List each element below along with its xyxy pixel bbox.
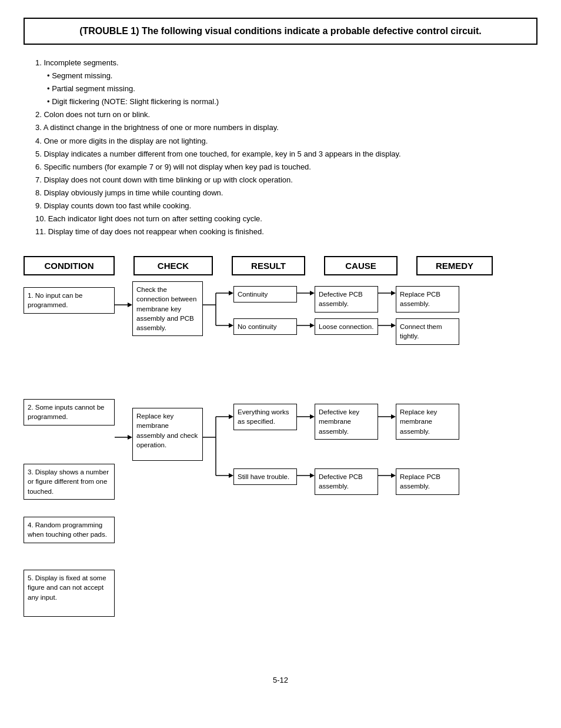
remedy-2-box: Connect them tightly. [396, 318, 459, 344]
condition-4-box: 4. Random programming when touching othe… [24, 517, 115, 543]
intro-item-12: 10. Each indicator light does not turn o… [35, 212, 537, 225]
result-no-continuity-box: No continuity [233, 318, 297, 335]
intro-section: 1. Incomplete segments.• Segment missing… [24, 56, 537, 238]
svg-marker-7 [229, 323, 233, 328]
remedy-1-box: Replace PCB assembly. [396, 286, 459, 312]
intro-item-10: 8. Display obviously jumps in time while… [35, 187, 537, 200]
svg-marker-27 [310, 473, 315, 478]
svg-marker-9 [310, 291, 315, 295]
svg-marker-31 [391, 473, 396, 478]
cause-4-box: Defective PCB assembly. [315, 468, 378, 494]
svg-marker-23 [229, 473, 233, 478]
intro-item-1: • Segment missing. [47, 69, 537, 82]
svg-marker-11 [310, 323, 315, 328]
condition-3-text: 3. Display shows a number or figure diff… [28, 468, 109, 494]
svg-marker-1 [128, 302, 132, 307]
intro-item-11: 9. Display counts down too fast while co… [35, 200, 537, 212]
cause-2-text: Loose connection. [319, 323, 373, 330]
remedy-4-text: Replace PCB assembly. [400, 473, 440, 490]
check-2-text: Replace key membrane assembly and check … [136, 413, 198, 448]
title-box: (TROUBLE 1) The following visual conditi… [24, 18, 537, 45]
condition-2-box: 2. Some inputs cannot be programmed. [24, 399, 115, 425]
intro-item-8: 6. Specific numbers (for example 7 or 9)… [35, 161, 537, 174]
intro-item-2: • Partial segment missing. [47, 82, 537, 95]
condition-4-text: 4. Random programming when touching othe… [28, 521, 107, 538]
condition-5-box: 5. Display is fixed at some figure and c… [24, 570, 115, 617]
remedy-3-box: Replace key membrane assembly. [396, 404, 459, 439]
cause-1-text: Defective PCB assembly. [319, 291, 363, 307]
check-1-text: Check the connection between membrane ke… [136, 286, 196, 331]
result-continuity-text: Continuity [238, 291, 268, 298]
intro-item-9: 7. Display does not count down with time… [35, 174, 537, 187]
svg-marker-15 [391, 323, 396, 328]
svg-marker-29 [391, 414, 396, 419]
svg-marker-17 [128, 435, 132, 440]
header-result: RESULT [232, 256, 305, 275]
intro-item-4: 2. Colon does not turn on or blink. [35, 108, 537, 121]
check-1-box: Check the connection between membrane ke… [132, 281, 203, 335]
intro-item-3: • Digit flickering (NOTE: Slight flicker… [47, 95, 537, 108]
flowchart-section: CONDITION CHECK RESULT CAUSE REMEDY [24, 256, 537, 658]
condition-5-text: 5. Display is fixed at some figure and c… [28, 574, 106, 600]
condition-2-text: 2. Some inputs cannot be programmed. [28, 404, 104, 420]
cause-3-box: Defective key membrane assembly. [315, 404, 378, 439]
header-cause: CAUSE [324, 256, 398, 275]
remedy-2-text: Connect them tightly. [400, 323, 442, 340]
intro-item-0: 1. Incomplete segments. [35, 56, 537, 69]
svg-marker-21 [229, 414, 233, 419]
result-trouble-box: Still have trouble. [233, 468, 297, 485]
intro-item-6: 4. One or more digits in the display are… [35, 135, 537, 148]
result-works-text: Everything works as specified. [238, 408, 289, 425]
intro-list: 1. Incomplete segments.• Segment missing… [35, 56, 537, 238]
svg-marker-5 [229, 291, 233, 295]
condition-1-text: 1. No input can be programmed. [28, 292, 82, 308]
intro-item-13: 11. Display time of day does not reappea… [35, 225, 537, 238]
cause-3-text: Defective key membrane assembly. [319, 408, 359, 434]
header-check: CHECK [133, 256, 213, 275]
result-continuity-box: Continuity [233, 286, 297, 302]
intro-item-5: 3. A distinct change in the brightness o… [35, 121, 537, 134]
result-no-continuity-text: No continuity [238, 323, 276, 330]
result-trouble-text: Still have trouble. [238, 473, 289, 480]
cause-4-text: Defective PCB assembly. [319, 473, 363, 490]
page-title: (TROUBLE 1) The following visual conditi… [79, 26, 482, 36]
header-condition: CONDITION [24, 256, 115, 275]
remedy-1-text: Replace PCB assembly. [400, 291, 440, 307]
remedy-4-box: Replace PCB assembly. [396, 468, 459, 494]
check-2-box: Replace key membrane assembly and check … [132, 408, 203, 461]
header-remedy: REMEDY [416, 256, 493, 275]
page-number: 5-12 [24, 676, 537, 684]
svg-marker-25 [310, 414, 315, 419]
intro-item-7: 5. Display indicates a number different … [35, 148, 537, 161]
condition-1-box: 1. No input can be programmed. [24, 287, 115, 313]
remedy-3-text: Replace key membrane assembly. [400, 408, 437, 434]
cause-2-box: Loose connection. [315, 318, 378, 335]
result-works-box: Everything works as specified. [233, 404, 297, 430]
svg-marker-13 [391, 291, 396, 295]
diagram: 1. No input can be programmed. Check the… [24, 281, 537, 658]
column-headers: CONDITION CHECK RESULT CAUSE REMEDY [24, 256, 537, 275]
condition-3-box: 3. Display shows a number or figure diff… [24, 464, 115, 499]
cause-1-box: Defective PCB assembly. [315, 286, 378, 312]
